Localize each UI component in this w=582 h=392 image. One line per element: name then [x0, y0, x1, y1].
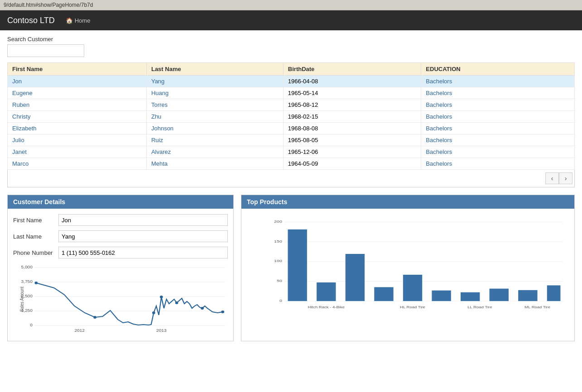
bar-1 [288, 229, 307, 301]
svg-text:Hitch Rack - 4-Bike: Hitch Rack - 4-Bike [308, 305, 345, 309]
first-name-input[interactable] [58, 214, 228, 226]
svg-text:0: 0 [279, 298, 282, 302]
search-input[interactable] [7, 44, 84, 57]
prev-page-button[interactable]: ‹ [545, 172, 559, 184]
cell-last-name[interactable]: Ruiz [146, 134, 283, 146]
bar-10 [547, 285, 561, 301]
svg-text:LL Road Tire: LL Road Tire [467, 305, 492, 309]
svg-text:200: 200 [274, 220, 282, 224]
cell-first-name[interactable]: Ruben [8, 99, 147, 111]
top-products-body: 200 150 100 50 0 [241, 209, 574, 338]
svg-text:HL Road Tire: HL Road Tire [400, 305, 425, 309]
bar-chart-svg: 200 150 100 50 0 [268, 218, 565, 316]
bar-chart-container: 200 150 100 50 0 [245, 212, 571, 335]
last-name-input[interactable] [58, 230, 228, 242]
cell-last-name[interactable]: Torres [146, 99, 283, 111]
cell-first-name[interactable]: Jon [8, 76, 147, 87]
cell-education[interactable]: Bachelors [421, 87, 575, 99]
svg-text:3,750: 3,750 [21, 279, 33, 284]
phone-row: Phone Number [13, 247, 228, 258]
svg-text:ML Road Tire: ML Road Tire [524, 305, 550, 309]
col-birthdate: BirthDate [283, 63, 421, 76]
bar-7 [461, 292, 480, 301]
table-row[interactable]: JonYang1966-04-08Bachelors [8, 76, 575, 87]
next-page-button[interactable]: › [559, 172, 572, 184]
search-label: Search Customer [7, 36, 575, 43]
svg-text:5,000: 5,000 [21, 265, 33, 269]
svg-text:2012: 2012 [74, 328, 85, 333]
bar-3 [346, 254, 365, 301]
cell-first-name[interactable]: Janet [8, 146, 147, 158]
bar-9 [518, 290, 537, 301]
cell-first-name[interactable]: Julio [8, 134, 147, 146]
cell-first-name[interactable]: Christy [8, 111, 147, 123]
cell-birthdate: 1965-08-12 [283, 99, 421, 111]
cell-birthdate: 1966-04-08 [283, 76, 421, 87]
phone-label: Phone Number [13, 249, 58, 256]
customer-details-body: First Name Last Name Phone Number 5,000 [8, 209, 233, 341]
cell-last-name[interactable]: Zhu [146, 111, 283, 123]
bar-8 [490, 289, 509, 301]
table-row[interactable]: ElizabethJohnson1968-08-08Bachelors [8, 123, 575, 134]
cell-birthdate: 1964-05-09 [283, 158, 421, 170]
home-label: Home [75, 17, 91, 24]
svg-point-16 [160, 296, 163, 298]
svg-point-17 [175, 301, 178, 304]
bar-4 [374, 287, 393, 301]
svg-text:150: 150 [274, 239, 282, 243]
browser-url-bar: 9/default.htm#show/PageHome/7b7d [0, 0, 582, 10]
table-row[interactable]: JulioRuiz1965-08-05Bachelors [8, 134, 575, 146]
svg-text:0: 0 [30, 323, 33, 327]
cell-last-name[interactable]: Yang [146, 76, 283, 87]
bar-2 [317, 282, 336, 301]
cell-first-name[interactable]: Elizabeth [8, 123, 147, 134]
navbar: Contoso LTD 🏠 Home [0, 10, 582, 30]
pagination-row: ‹ › [7, 170, 575, 187]
cell-first-name[interactable]: Marco [8, 158, 147, 170]
cell-last-name[interactable]: Alvarez [146, 146, 283, 158]
svg-point-15 [152, 311, 155, 314]
svg-point-18 [201, 307, 204, 310]
svg-point-19 [221, 311, 224, 313]
cell-last-name[interactable]: Johnson [146, 123, 283, 134]
customer-table: First Name Last Name BirthDate EDUCATION… [7, 62, 575, 170]
home-link[interactable]: 🏠 Home [66, 17, 91, 24]
sales-line-chart: 5,000 3,750 2,500 1,250 0 Sales Amount [13, 263, 228, 335]
top-products-panel: Top Products 200 150 100 50 0 [241, 195, 575, 341]
bar-6 [432, 291, 451, 301]
cell-education[interactable]: Bachelors [421, 123, 575, 134]
cell-last-name[interactable]: Huang [146, 87, 283, 99]
svg-text:50: 50 [277, 278, 282, 282]
cell-education[interactable]: Bachelors [421, 146, 575, 158]
col-last-name: Last Name [146, 63, 283, 76]
customer-details-panel: Customer Details First Name Last Name Ph… [7, 195, 234, 341]
svg-text:100: 100 [274, 259, 282, 263]
first-name-label: First Name [13, 217, 58, 224]
table-row[interactable]: RubenTorres1965-08-12Bachelors [8, 99, 575, 111]
table-row[interactable]: ChristyZhu1968-02-15Bachelors [8, 111, 575, 123]
cell-education[interactable]: Bachelors [421, 111, 575, 123]
cell-birthdate: 1968-08-08 [283, 123, 421, 134]
svg-text:Sales Amount: Sales Amount [19, 287, 24, 312]
cell-education[interactable]: Bachelors [421, 99, 575, 111]
svg-text:2013: 2013 [156, 328, 167, 333]
main-content: Search Customer First Name Last Name Bir… [0, 30, 582, 347]
cell-education[interactable]: Bachelors [421, 134, 575, 146]
cell-birthdate: 1965-08-05 [283, 134, 421, 146]
bar-5 [403, 275, 422, 301]
table-row[interactable]: JanetAlvarez1965-12-06Bachelors [8, 146, 575, 158]
svg-point-13 [34, 282, 38, 284]
cell-education[interactable]: Bachelors [421, 158, 575, 170]
cell-first-name[interactable]: Eugene [8, 87, 147, 99]
cell-birthdate: 1968-02-15 [283, 111, 421, 123]
line-chart-svg: 5,000 3,750 2,500 1,250 0 Sales Amount [13, 263, 228, 335]
first-name-row: First Name [13, 214, 228, 226]
phone-input[interactable] [58, 247, 228, 258]
table-row[interactable]: EugeneHuang1965-05-14Bachelors [8, 87, 575, 99]
cell-education[interactable]: Bachelors [421, 76, 575, 87]
last-name-row: Last Name [13, 230, 228, 242]
cell-birthdate: 1965-12-06 [283, 146, 421, 158]
cell-last-name[interactable]: Mehta [146, 158, 283, 170]
table-row[interactable]: MarcoMehta1964-05-09Bachelors [8, 158, 575, 170]
bottom-panels: Customer Details First Name Last Name Ph… [7, 195, 575, 341]
